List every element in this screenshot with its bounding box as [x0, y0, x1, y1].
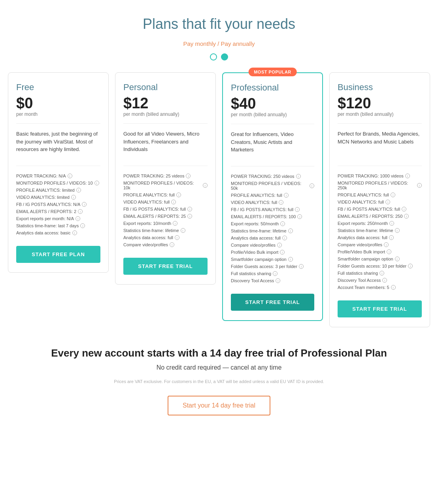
info-icon[interactable]: i	[288, 257, 293, 262]
info-icon[interactable]: i	[284, 193, 289, 198]
info-icon[interactable]: i	[389, 235, 394, 240]
pay-annually-label[interactable]: Pay annually	[221, 40, 255, 47]
info-icon[interactable]: i	[404, 214, 409, 219]
plan-name: Professional	[231, 83, 314, 93]
pay-monthly-label[interactable]: Pay monthly	[183, 40, 216, 47]
info-icon[interactable]: i	[310, 183, 314, 188]
info-icon[interactable]: i	[181, 228, 185, 233]
feature-item: MONITORED PROFILES / VIDEOS: 10k i	[123, 179, 208, 191]
plan-price: $0	[16, 96, 100, 111]
trial-button[interactable]: Start your 14 day free trial	[168, 396, 270, 415]
plan-name: Personal	[123, 82, 208, 92]
feature-item: Export reports per month: N/A i	[16, 215, 100, 222]
info-icon[interactable]: i	[280, 221, 285, 226]
info-icon[interactable]: i	[395, 257, 400, 261]
feature-item: MONITORED PROFILES / VIDEOS: 10 i	[16, 179, 100, 187]
feature-item: MONITORED PROFILES / VIDEOS: 50k i	[231, 180, 314, 192]
plan-features: POWER TRACKING: 1000 videos i MONITORED …	[338, 172, 422, 291]
feature-item: FB / IG POSTS ANALYTICS: full i	[123, 206, 208, 213]
info-icon[interactable]: i	[382, 278, 387, 283]
info-icon[interactable]: i	[384, 242, 389, 247]
info-icon[interactable]: i	[76, 188, 81, 193]
plan-cta-free[interactable]: START FREE PLAN	[16, 246, 100, 263]
info-icon[interactable]: i	[203, 183, 208, 188]
feature-item: VIDEO ANALYTICS: full i	[338, 198, 422, 206]
info-icon[interactable]: i	[68, 174, 72, 178]
toggle-dots	[8, 53, 430, 60]
info-icon[interactable]: i	[389, 221, 394, 226]
info-icon[interactable]: i	[391, 193, 395, 197]
plan-cta-professional[interactable]: START FREE TRIAL	[231, 294, 314, 311]
billing-toggle-text: Pay monthly / Pay annually	[8, 40, 430, 47]
plan-name: Business	[338, 82, 422, 92]
feature-item: Profile/Video Bulk import i	[231, 249, 314, 256]
info-icon[interactable]: i	[82, 202, 87, 207]
info-icon[interactable]: i	[408, 264, 413, 268]
plan-divider-2	[16, 166, 100, 166]
plan-cta-business[interactable]: START FREE TRIAL	[338, 300, 422, 317]
info-icon[interactable]: i	[282, 236, 287, 240]
bottom-note: Prices are VAT exclusive. For customers …	[8, 379, 430, 384]
info-icon[interactable]: i	[405, 174, 410, 178]
plan-divider	[123, 123, 208, 124]
bottom-section: Every new account starts with a 14 day f…	[8, 347, 430, 415]
dot-annually[interactable]	[221, 53, 228, 60]
info-icon[interactable]: i	[276, 278, 280, 283]
info-icon[interactable]: i	[170, 242, 174, 247]
feature-item: Statistics time-frame: last 7 days i	[16, 222, 100, 229]
feature-item: FB / IG POSTS ANALYTICS: full i	[231, 206, 314, 213]
plan-price: $120	[338, 96, 422, 111]
feature-item: Export reports: 50/month i	[231, 220, 314, 227]
info-icon[interactable]: i	[280, 250, 285, 255]
info-icon[interactable]: i	[175, 235, 179, 240]
info-icon[interactable]: i	[288, 228, 293, 233]
plan-divider-2	[338, 166, 422, 166]
plan-divider-2	[123, 166, 208, 166]
info-icon[interactable]: i	[279, 200, 283, 205]
info-icon[interactable]: i	[391, 285, 396, 290]
info-icon[interactable]: i	[187, 214, 192, 219]
feature-item: Discovery Tool Access i	[338, 277, 422, 284]
feature-item: Folder Guests access: 10 per folder i	[338, 262, 422, 270]
info-icon[interactable]: i	[173, 221, 177, 226]
feature-item: Folder Guests access: 3 per folder i	[231, 263, 314, 270]
dot-monthly[interactable]	[210, 53, 217, 60]
info-icon[interactable]: i	[299, 264, 304, 269]
info-icon[interactable]: i	[176, 193, 181, 197]
info-icon[interactable]: i	[379, 271, 384, 276]
feature-item: PROFILE ANALYTICS: limited i	[16, 187, 100, 194]
info-icon[interactable]: i	[171, 200, 176, 204]
info-icon[interactable]: i	[273, 271, 278, 276]
info-icon[interactable]: i	[186, 174, 191, 178]
info-icon[interactable]: i	[295, 207, 300, 212]
info-icon[interactable]: i	[387, 249, 391, 254]
feature-item: EMAIL ALERTS / REPORTS: 250 i	[338, 213, 422, 220]
plan-divider	[16, 123, 100, 124]
info-icon[interactable]: i	[297, 214, 302, 219]
feature-item: Statistics time-frame: lifetime i	[231, 227, 314, 234]
plan-divider	[338, 123, 422, 124]
plan-price-period: per month (billed annually)	[231, 112, 314, 117]
plan-cta-personal[interactable]: START FREE TRIAL	[123, 258, 208, 275]
plan-name: Free	[16, 82, 100, 92]
info-icon[interactable]: i	[395, 228, 400, 233]
info-icon[interactable]: i	[402, 207, 406, 211]
feature-item: Account Team members: 5 i	[338, 284, 422, 291]
info-icon[interactable]: i	[72, 230, 77, 235]
feature-item: FB / IG POSTS ANALYTICS: full i	[338, 206, 422, 213]
info-icon[interactable]: i	[94, 181, 99, 185]
info-icon[interactable]: i	[187, 207, 192, 211]
info-icon[interactable]: i	[385, 200, 390, 204]
feature-item: Full statistics sharing i	[338, 270, 422, 277]
plan-description: Great for Influencers, Video Creators, M…	[231, 130, 314, 158]
plan-price-period: per month (billed annually)	[338, 111, 422, 117]
info-icon[interactable]: i	[277, 243, 282, 247]
info-icon[interactable]: i	[417, 183, 422, 188]
info-icon[interactable]: i	[78, 209, 83, 214]
info-icon[interactable]: i	[71, 195, 76, 200]
info-icon[interactable]: i	[296, 174, 301, 179]
info-icon[interactable]: i	[76, 216, 80, 221]
info-icon[interactable]: i	[80, 223, 85, 228]
feature-item: EMAIL ALERTS / REPORTS: 25 i	[123, 213, 208, 220]
feature-item: VIDEO ANALYTICS: limited i	[16, 194, 100, 201]
